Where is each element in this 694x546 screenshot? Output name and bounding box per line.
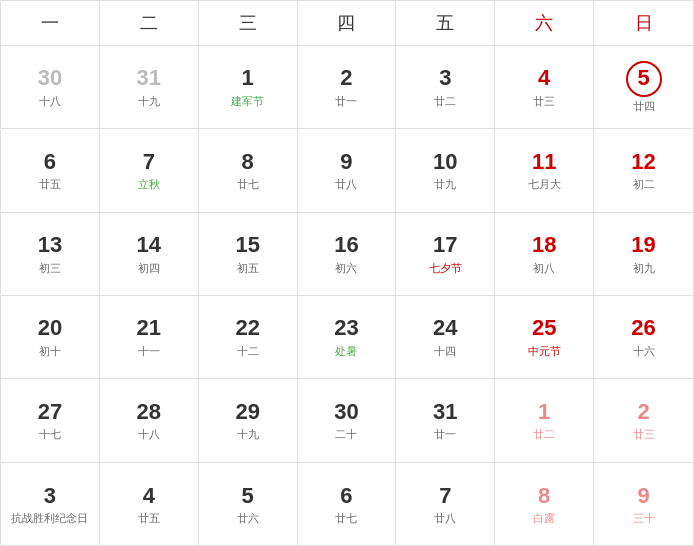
week-row-0: 30十八31十九1建军节2廿一3廿二4廿三5廿四 xyxy=(1,46,693,129)
day-cell[interactable]: 3抗战胜利纪念日 xyxy=(1,463,100,546)
day-cell[interactable]: 7廿八 xyxy=(396,463,495,546)
day-sub: 初四 xyxy=(138,261,160,276)
day-cell[interactable]: 31十九 xyxy=(100,46,199,128)
day-number: 6 xyxy=(340,483,352,509)
day-cell[interactable]: 3廿二 xyxy=(396,46,495,128)
header-day-一: 一 xyxy=(1,1,100,45)
day-cell[interactable]: 12初二 xyxy=(594,129,693,211)
day-number: 7 xyxy=(143,149,155,175)
day-cell[interactable]: 13初三 xyxy=(1,213,100,295)
day-number: 3 xyxy=(44,483,56,509)
header-day-三: 三 xyxy=(199,1,298,45)
day-sub: 廿三 xyxy=(533,94,555,109)
day-number: 24 xyxy=(433,315,457,341)
day-cell[interactable]: 23处暑 xyxy=(298,296,397,378)
header-day-六: 六 xyxy=(495,1,594,45)
day-cell[interactable]: 2廿三 xyxy=(594,379,693,461)
day-sub: 立秋 xyxy=(138,177,160,192)
header-day-日: 日 xyxy=(594,1,693,45)
day-cell[interactable]: 9三十 xyxy=(594,463,693,546)
week-row-1: 6廿五7立秋8廿七9廿八10廿九11七月大12初二 xyxy=(1,129,693,212)
week-row-2: 13初三14初四15初五16初六17七夕节18初八19初九 xyxy=(1,213,693,296)
day-sub: 廿六 xyxy=(237,511,259,526)
day-cell[interactable]: 16初六 xyxy=(298,213,397,295)
day-sub: 廿一 xyxy=(434,427,456,442)
day-cell[interactable]: 1建军节 xyxy=(199,46,298,128)
day-number: 11 xyxy=(532,149,556,175)
day-cell[interactable]: 27十七 xyxy=(1,379,100,461)
day-number: 22 xyxy=(235,315,259,341)
day-cell[interactable]: 22十二 xyxy=(199,296,298,378)
day-number: 8 xyxy=(242,149,254,175)
day-cell[interactable]: 1廿二 xyxy=(495,379,594,461)
day-number: 5 xyxy=(242,483,254,509)
day-cell[interactable]: 4廿三 xyxy=(495,46,594,128)
day-cell[interactable]: 30十八 xyxy=(1,46,100,128)
day-number: 2 xyxy=(637,399,649,425)
day-cell[interactable]: 20初十 xyxy=(1,296,100,378)
header-day-二: 二 xyxy=(100,1,199,45)
day-cell[interactable]: 4廿五 xyxy=(100,463,199,546)
day-cell[interactable]: 15初五 xyxy=(199,213,298,295)
calendar-body: 30十八31十九1建军节2廿一3廿二4廿三5廿四6廿五7立秋8廿七9廿八10廿九… xyxy=(1,46,693,546)
calendar-header: 一二三四五六日 xyxy=(1,1,693,46)
day-sub: 七月大 xyxy=(528,177,561,192)
day-cell[interactable]: 8白露 xyxy=(495,463,594,546)
day-number: 28 xyxy=(137,399,161,425)
day-cell[interactable]: 18初八 xyxy=(495,213,594,295)
day-cell[interactable]: 2廿一 xyxy=(298,46,397,128)
day-cell[interactable]: 10廿九 xyxy=(396,129,495,211)
day-sub: 廿四 xyxy=(633,99,655,114)
day-number: 10 xyxy=(433,149,457,175)
day-number: 4 xyxy=(538,65,550,91)
day-cell[interactable]: 24十四 xyxy=(396,296,495,378)
day-sub: 建军节 xyxy=(231,94,264,109)
day-number: 19 xyxy=(631,232,655,258)
day-sub: 十一 xyxy=(138,344,160,359)
day-sub: 初九 xyxy=(633,261,655,276)
day-cell[interactable]: 6廿七 xyxy=(298,463,397,546)
day-number: 12 xyxy=(631,149,655,175)
day-cell[interactable]: 6廿五 xyxy=(1,129,100,211)
day-cell[interactable]: 31廿一 xyxy=(396,379,495,461)
day-cell[interactable]: 28十八 xyxy=(100,379,199,461)
day-sub: 廿二 xyxy=(434,94,456,109)
day-number: 31 xyxy=(433,399,457,425)
day-sub: 七夕节 xyxy=(429,261,462,276)
day-number: 21 xyxy=(137,315,161,341)
day-cell[interactable]: 25中元节 xyxy=(495,296,594,378)
day-sub: 十二 xyxy=(237,344,259,359)
day-cell[interactable]: 5廿六 xyxy=(199,463,298,546)
day-number: 30 xyxy=(38,65,62,91)
day-cell[interactable]: 29十九 xyxy=(199,379,298,461)
day-number: 7 xyxy=(439,483,451,509)
day-cell[interactable]: 19初九 xyxy=(594,213,693,295)
day-number: 8 xyxy=(538,483,550,509)
day-number: 30 xyxy=(334,399,358,425)
day-number: 17 xyxy=(433,232,457,258)
day-cell[interactable]: 30二十 xyxy=(298,379,397,461)
day-number: 5 xyxy=(626,61,662,97)
week-row-5: 3抗战胜利纪念日4廿五5廿六6廿七7廿八8白露9三十 xyxy=(1,463,693,546)
day-cell[interactable]: 5廿四 xyxy=(594,46,693,128)
day-sub: 廿五 xyxy=(138,511,160,526)
day-sub: 十四 xyxy=(434,344,456,359)
day-cell[interactable]: 21十一 xyxy=(100,296,199,378)
day-number: 9 xyxy=(637,483,649,509)
day-number: 27 xyxy=(38,399,62,425)
day-cell[interactable]: 17七夕节 xyxy=(396,213,495,295)
day-number: 18 xyxy=(532,232,556,258)
day-sub: 廿九 xyxy=(434,177,456,192)
day-cell[interactable]: 7立秋 xyxy=(100,129,199,211)
day-sub: 廿七 xyxy=(237,177,259,192)
day-cell[interactable]: 26十六 xyxy=(594,296,693,378)
day-cell[interactable]: 11七月大 xyxy=(495,129,594,211)
day-cell[interactable]: 14初四 xyxy=(100,213,199,295)
day-number: 1 xyxy=(538,399,550,425)
day-cell[interactable]: 9廿八 xyxy=(298,129,397,211)
day-sub: 初十 xyxy=(39,344,61,359)
day-sub: 初三 xyxy=(39,261,61,276)
day-sub: 十九 xyxy=(237,427,259,442)
day-cell[interactable]: 8廿七 xyxy=(199,129,298,211)
day-number: 6 xyxy=(44,149,56,175)
